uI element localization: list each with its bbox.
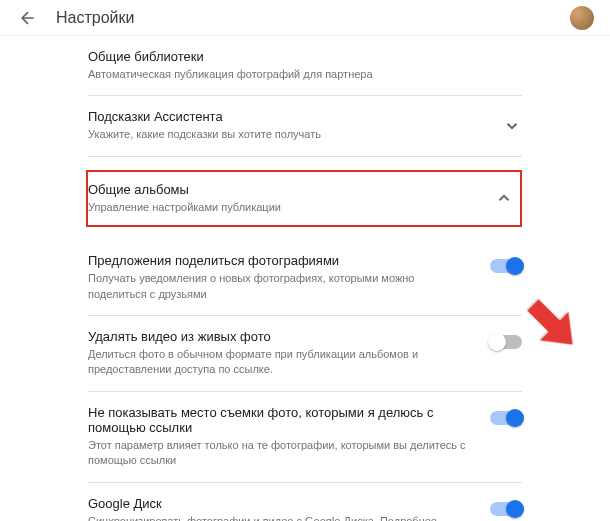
page-title: Настройки (56, 9, 570, 27)
learn-more-link[interactable]: Подробнее... (380, 515, 446, 521)
setting-share-suggestions: Предложения поделиться фотографиями Полу… (88, 240, 522, 316)
back-button[interactable] (16, 6, 40, 30)
toggle-share-suggestions[interactable] (490, 259, 522, 273)
toggle-google-drive[interactable] (490, 502, 522, 516)
toggle-remove-live-video[interactable] (490, 335, 522, 349)
section-title: Подсказки Ассистента (88, 109, 502, 124)
setting-desc: Синхронизировать фотографии и видео с Go… (88, 514, 470, 521)
section-desc: Автоматическая публикация фотографий для… (88, 67, 522, 82)
section-desc: Укажите, какие подсказки вы хотите получ… (88, 127, 502, 142)
chevron-down-icon (502, 116, 522, 136)
setting-google-drive: Google Диск Синхронизировать фотографии … (88, 483, 522, 521)
setting-desc: Делиться фото в обычном формате при публ… (88, 347, 470, 378)
section-shared-libraries[interactable]: Общие библиотеки Автоматическая публикац… (88, 36, 522, 96)
section-title: Общие библиотеки (88, 49, 522, 64)
header: Настройки (0, 0, 610, 36)
section-desc: Управление настройками публикации (88, 200, 494, 215)
setting-desc: Этот параметр влияет только на те фотогр… (88, 438, 470, 469)
avatar[interactable] (570, 6, 594, 30)
setting-title: Не показывать место съемки фото, которым… (88, 405, 470, 435)
setting-title: Удалять видео из живых фото (88, 329, 470, 344)
section-assistant-hints[interactable]: Подсказки Ассистента Укажите, какие подс… (88, 96, 522, 156)
highlighted-section: Общие альбомы Управление настройками пуб… (86, 170, 522, 227)
settings-content: Общие библиотеки Автоматическая публикац… (0, 36, 610, 521)
setting-title: Google Диск (88, 496, 470, 511)
section-shared-albums[interactable]: Общие альбомы Управление настройками пуб… (88, 157, 522, 240)
toggle-hide-location[interactable] (490, 411, 522, 425)
setting-hide-location: Не показывать место съемки фото, которым… (88, 392, 522, 483)
setting-desc: Получать уведомления о новых фотографиях… (88, 271, 470, 302)
arrow-left-icon (18, 8, 38, 28)
setting-remove-live-video: Удалять видео из живых фото Делиться фот… (88, 316, 522, 392)
setting-title: Предложения поделиться фотографиями (88, 253, 470, 268)
section-title: Общие альбомы (88, 182, 494, 197)
chevron-up-icon (494, 188, 514, 208)
